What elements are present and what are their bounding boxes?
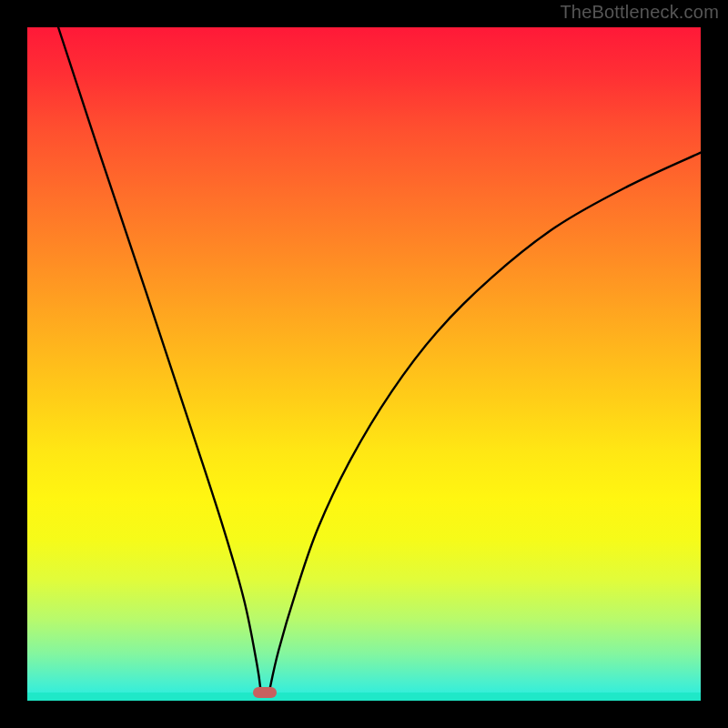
plot-area bbox=[27, 27, 701, 701]
watermark-text: TheBottleneck.com bbox=[560, 2, 719, 23]
curve-left-branch bbox=[58, 27, 261, 693]
chart-stage: TheBottleneck.com bbox=[0, 0, 728, 728]
curve-right-branch bbox=[269, 153, 701, 693]
curve-minimum-marker bbox=[253, 687, 277, 698]
chart-curve bbox=[27, 27, 701, 701]
